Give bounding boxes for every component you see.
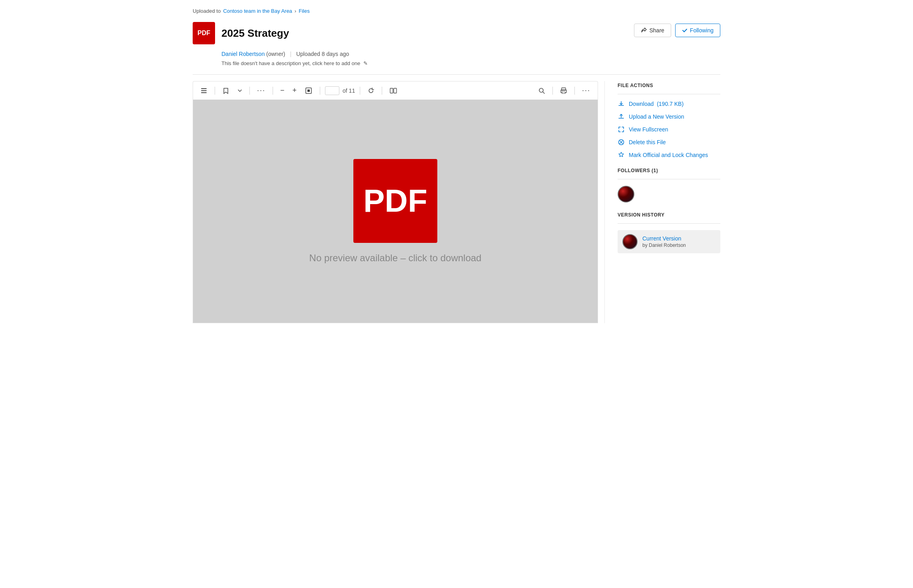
- list-icon: [200, 87, 207, 94]
- meta-row: Daniel Robertson (owner) | Uploaded 8 da…: [221, 51, 720, 57]
- svg-rect-5: [390, 88, 393, 93]
- delete-label: Delete this File: [629, 139, 666, 145]
- file-actions-divider: [618, 94, 720, 94]
- breadcrumb-team-link[interactable]: Contoso team in the Bay Area: [223, 8, 292, 14]
- pdf-large-icon: PDF: [353, 159, 437, 243]
- owner-role: (owner): [266, 51, 285, 57]
- version-history-divider: [618, 223, 720, 224]
- upload-icon: [618, 113, 625, 120]
- download-icon: [618, 101, 625, 107]
- page-of-label: of 11: [343, 87, 355, 94]
- toolbar-sep-7: [552, 87, 553, 95]
- pdf-viewer-area[interactable]: PDF No preview available – click to down…: [193, 99, 598, 323]
- uploaded-date: Uploaded 8 days ago: [296, 51, 349, 57]
- toolbar-sep-6: [382, 87, 382, 95]
- view-fullscreen-action[interactable]: View Fullscreen: [618, 126, 720, 133]
- breadcrumb-files-link[interactable]: Files: [299, 8, 309, 14]
- search-icon: [538, 87, 545, 94]
- toolbar-bookmark-btn[interactable]: [220, 85, 232, 96]
- svg-rect-0: [201, 88, 207, 89]
- download-action[interactable]: Download (190.7 KB): [618, 101, 720, 107]
- share-label: Share: [650, 27, 664, 34]
- content-divider: [193, 74, 720, 75]
- toolbar-fit-btn[interactable]: [302, 85, 315, 96]
- followers-section: FOLLOWERS (1): [618, 168, 720, 203]
- fit-icon: [305, 87, 313, 95]
- svg-point-12: [562, 91, 562, 91]
- edit-description-icon[interactable]: ✎: [363, 60, 368, 66]
- breadcrumb-separator: ›: [295, 8, 296, 14]
- fullscreen-icon: [618, 126, 625, 133]
- toolbar-sep-5: [360, 87, 360, 95]
- version-item[interactable]: Current Version by Daniel Robertson: [618, 230, 720, 253]
- toolbar-print-btn[interactable]: [558, 85, 570, 96]
- followers-title: FOLLOWERS (1): [618, 168, 720, 173]
- ellipsis-icon-2: ···: [582, 86, 590, 95]
- breadcrumb-prefix: Uploaded to: [193, 8, 221, 14]
- pdf-toolbar: ··· − + 1 of 11: [193, 81, 598, 99]
- toolbar-sep-8: [574, 87, 575, 95]
- meta-separator: |: [290, 51, 291, 57]
- toolbar-zoom-in-btn[interactable]: +: [290, 85, 299, 96]
- file-title-area: PDF 2025 Strategy: [193, 22, 289, 44]
- file-actions-title: FILE ACTIONS: [618, 83, 720, 88]
- description-text: This file doesn't have a description yet…: [221, 60, 360, 66]
- toolbar-sep-3: [273, 87, 273, 95]
- svg-rect-1: [201, 90, 207, 91]
- toolbar-rotate-btn[interactable]: [365, 85, 377, 96]
- following-button[interactable]: Following: [675, 24, 720, 37]
- upload-label: Upload a New Version: [629, 113, 684, 120]
- svg-rect-11: [562, 92, 565, 93]
- page-number-input[interactable]: 1: [325, 86, 339, 95]
- download-label: Download (190.7 KB): [629, 101, 684, 107]
- description-row[interactable]: This file doesn't have a description yet…: [221, 60, 720, 66]
- star-icon: [618, 152, 625, 158]
- header-row: PDF 2025 Strategy Share Following: [193, 22, 720, 44]
- mark-official-label: Mark Official and Lock Changes: [629, 152, 708, 158]
- toolbar-list-btn[interactable]: [198, 85, 210, 96]
- toolbar-sep-4: [320, 87, 320, 95]
- share-button[interactable]: Share: [634, 24, 671, 37]
- toolbar-sep-1: [215, 87, 215, 95]
- toolbar-more-btn-2[interactable]: ···: [580, 85, 593, 96]
- mark-official-action[interactable]: Mark Official and Lock Changes: [618, 152, 720, 158]
- content-layout: ··· − + 1 of 11: [193, 81, 720, 323]
- toolbar-more-btn-1[interactable]: ···: [255, 85, 268, 96]
- version-avatar: [622, 234, 638, 249]
- minus-icon: −: [280, 86, 285, 95]
- rotate-icon: [367, 87, 375, 94]
- toolbar-bookmark-dropdown-btn[interactable]: [235, 87, 245, 95]
- chevron-down-icon: [237, 88, 242, 93]
- version-current-label: Current Version: [642, 235, 686, 242]
- compare-icon: [389, 87, 397, 95]
- bookmark-icon: [222, 87, 229, 94]
- version-history-section: VERSION HISTORY Current Version by Danie…: [618, 212, 720, 253]
- header-actions: Share Following: [634, 24, 721, 37]
- delete-file-action[interactable]: Delete this File: [618, 139, 720, 145]
- version-by-label: by Daniel Robertson: [642, 242, 686, 248]
- followers-divider: [618, 179, 720, 179]
- print-icon: [560, 87, 567, 94]
- breadcrumb: Uploaded to Contoso team in the Bay Area…: [193, 8, 720, 14]
- viewer-panel: ··· − + 1 of 11: [193, 81, 598, 323]
- checkmark-icon: [682, 28, 688, 33]
- owner-link[interactable]: Daniel Robertson: [221, 51, 265, 57]
- sidebar-panel: FILE ACTIONS Download (190.7 KB): [604, 81, 720, 323]
- toolbar-sep-2: [249, 87, 250, 95]
- fullscreen-label: View Fullscreen: [629, 126, 668, 133]
- plus-icon: +: [293, 86, 297, 95]
- pdf-icon: PDF: [193, 22, 215, 44]
- svg-rect-4: [307, 89, 310, 92]
- version-history-title: VERSION HISTORY: [618, 212, 720, 218]
- delete-icon: [618, 139, 625, 145]
- toolbar-zoom-out-btn[interactable]: −: [278, 85, 287, 96]
- no-preview-text: No preview available – click to download: [309, 252, 482, 264]
- toolbar-compare-btn[interactable]: [387, 85, 400, 96]
- svg-line-8: [543, 92, 544, 93]
- following-label: Following: [690, 27, 714, 34]
- svg-rect-2: [201, 92, 207, 93]
- upload-new-version-action[interactable]: Upload a New Version: [618, 113, 720, 120]
- follower-avatar[interactable]: [618, 186, 634, 203]
- version-info: Current Version by Daniel Robertson: [642, 235, 686, 248]
- toolbar-search-btn[interactable]: [536, 85, 548, 96]
